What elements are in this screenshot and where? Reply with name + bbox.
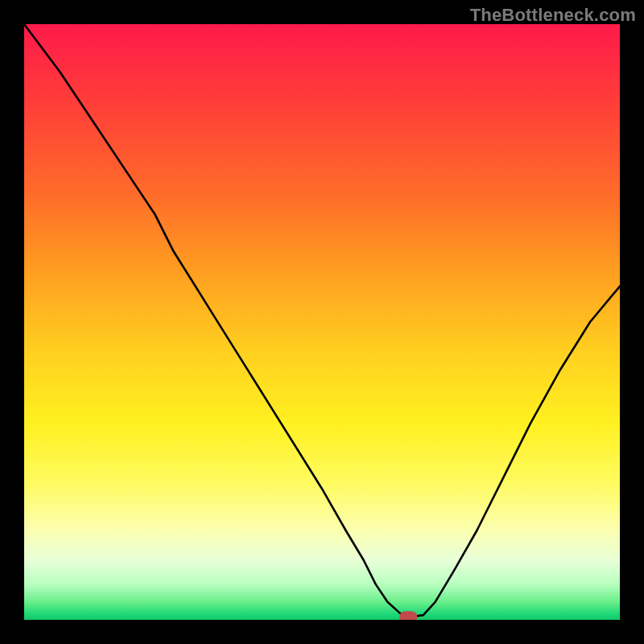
watermark-text: TheBottleneck.com xyxy=(470,5,636,26)
bottleneck-curve xyxy=(24,24,620,617)
plot-area xyxy=(24,24,620,620)
optimum-marker xyxy=(399,611,417,620)
curve-layer xyxy=(24,24,620,620)
chart-frame: TheBottleneck.com xyxy=(0,0,644,644)
